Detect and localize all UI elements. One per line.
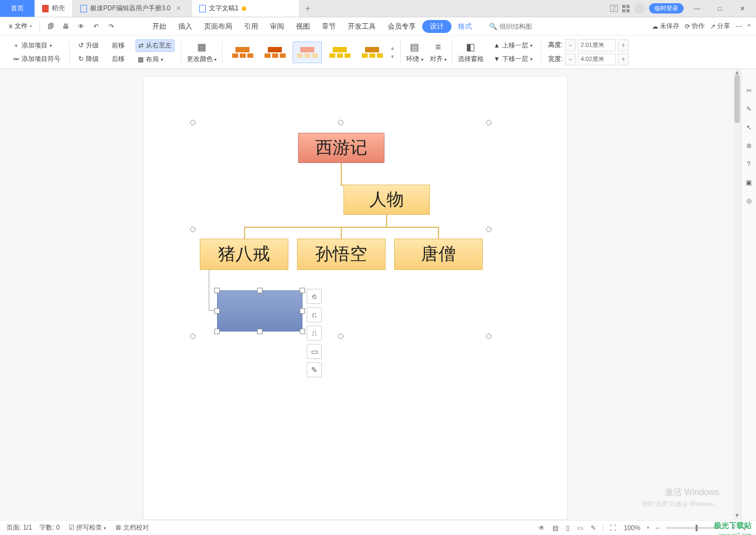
add-item-button[interactable]: ＋添加项目 ▾	[11, 40, 63, 51]
style-swatch-4[interactable]	[325, 42, 354, 63]
org-node-b[interactable]: 孙悟空	[297, 239, 386, 270]
apps-icon[interactable]	[622, 5, 630, 12]
fit-icon[interactable]: ⛶	[609, 524, 617, 532]
rtl-button[interactable]: ⇄从右至左	[136, 39, 174, 52]
height-minus[interactable]: −	[565, 39, 576, 51]
change-color-button[interactable]: ▦ 更改颜色 ▾	[184, 39, 220, 65]
menu-view[interactable]: 视图	[291, 19, 315, 33]
tab-document-1[interactable]: 文字文稿1	[192, 0, 300, 17]
menu-review[interactable]: 审阅	[265, 19, 289, 33]
gallery-down-icon[interactable]: ▼	[390, 54, 395, 59]
unsaved-indicator[interactable]: ☁未保存	[652, 22, 679, 31]
style-swatch-5[interactable]	[357, 42, 387, 63]
scroll-down-icon[interactable]: ▼	[733, 512, 741, 520]
selection-handle[interactable]	[338, 120, 343, 125]
minimize-button[interactable]: —	[688, 0, 706, 17]
view-book-icon[interactable]: ▭	[576, 524, 584, 532]
bring-forward-button[interactable]: ▲上移一层 ▾	[491, 40, 535, 51]
org-node-sub[interactable]: 人物	[343, 185, 430, 215]
qa-redo-icon[interactable]: ↷	[105, 20, 118, 33]
coop-button[interactable]: ⟳协作	[685, 22, 705, 31]
org-node-a[interactable]: 猪八戒	[200, 239, 288, 270]
menu-format[interactable]: 格式	[453, 19, 477, 33]
word-count[interactable]: 字数: 0	[39, 523, 59, 532]
scroll-thumb[interactable]	[734, 75, 740, 123]
menu-devtools[interactable]: 开发工具	[342, 19, 381, 33]
menu-member[interactable]: 会员专享	[382, 19, 421, 33]
org-node-c[interactable]: 唐僧	[394, 239, 483, 270]
tab-home[interactable]: 首页	[0, 0, 35, 17]
search-input[interactable]	[500, 23, 543, 30]
side-help-icon[interactable]: ?	[744, 159, 754, 170]
float-add-assistant[interactable]: ⎍	[307, 326, 322, 341]
float-edit-text[interactable]: ▭	[307, 344, 322, 359]
share-button[interactable]: ↗分享	[710, 22, 730, 31]
node-handle[interactable]	[300, 308, 305, 314]
selection-handle[interactable]	[338, 334, 343, 339]
collapse-ribbon[interactable]: ^	[747, 23, 751, 30]
menu-insert[interactable]: 插入	[173, 19, 198, 33]
org-node-selected[interactable]	[217, 290, 302, 331]
demote-button[interactable]: ↻降级	[76, 53, 101, 65]
side-cursor-icon[interactable]: ↖	[744, 122, 754, 133]
float-add-coworker[interactable]: ⎌	[307, 307, 322, 322]
float-add-subordinate[interactable]: ⎋	[307, 289, 322, 304]
move-forward-button[interactable]: 前移	[110, 40, 127, 51]
qa-save-icon[interactable]: 🗐	[44, 20, 57, 33]
node-handle[interactable]	[214, 329, 220, 334]
float-format[interactable]: ✎	[307, 362, 322, 377]
node-handle[interactable]	[214, 288, 220, 293]
width-input[interactable]	[578, 53, 616, 65]
org-node-root[interactable]: 西游记	[298, 133, 384, 163]
selection-handle[interactable]	[190, 227, 195, 232]
menu-references[interactable]: 引用	[239, 19, 264, 33]
gallery-up-icon[interactable]: ▲	[390, 45, 395, 51]
maximize-button[interactable]: □	[711, 0, 729, 17]
close-window-button[interactable]: ✕	[733, 0, 752, 17]
move-backward-button[interactable]: 后移	[110, 53, 127, 65]
close-icon[interactable]: ✕	[176, 5, 181, 12]
width-minus[interactable]: −	[565, 53, 576, 65]
login-button[interactable]: 临时登录	[649, 3, 684, 13]
zoom-out-button[interactable]: −	[654, 524, 660, 532]
tab-pdf-manual[interactable]: 极速PDF编辑器用户手册3.0✕	[73, 0, 192, 17]
qa-preview-icon[interactable]: 👁	[75, 20, 87, 33]
more-menu[interactable]: ⋯	[735, 23, 742, 30]
tab-daoke[interactable]: 稻壳	[35, 0, 73, 17]
promote-button[interactable]: ↺升级	[76, 40, 101, 51]
node-handle[interactable]	[300, 329, 305, 334]
selection-handle[interactable]	[190, 334, 195, 339]
style-swatch-1[interactable]	[228, 42, 257, 63]
add-bullet-button[interactable]: ≔添加项目符号	[11, 53, 63, 65]
side-pen-icon[interactable]: ✎	[744, 104, 754, 114]
add-tab-button[interactable]: +	[300, 0, 316, 17]
view-read-icon[interactable]: ▯	[565, 524, 571, 532]
document-area[interactable]: 西游记 人物 猪八戒 孙悟空 唐僧 ⎋ ⎌ ⎍ ▭ ✎ 激活 Wind	[0, 69, 741, 520]
menu-chapter[interactable]: 章节	[316, 19, 341, 33]
qa-undo-icon[interactable]: ↶	[90, 20, 103, 33]
node-handle[interactable]	[214, 308, 220, 314]
view-web-icon[interactable]: ✎	[590, 524, 597, 532]
selection-handle[interactable]	[486, 334, 491, 339]
side-image-icon[interactable]: ▣	[744, 177, 754, 188]
menu-pagelayout[interactable]: 页面布局	[199, 19, 238, 33]
vertical-scrollbar[interactable]: ▲ ▼	[733, 69, 741, 520]
wrap-button[interactable]: ▤环绕 ▾	[403, 39, 426, 65]
command-search[interactable]: 🔍	[489, 23, 543, 30]
height-input[interactable]	[578, 39, 616, 51]
node-handle[interactable]	[300, 288, 305, 293]
width-plus[interactable]: +	[618, 53, 629, 65]
menu-design[interactable]: 设计	[422, 20, 451, 33]
align-button[interactable]: ≡对齐 ▾	[427, 39, 450, 65]
node-handle[interactable]	[257, 329, 262, 334]
selection-handle[interactable]	[190, 120, 195, 125]
doc-compare-toggle[interactable]: ⊠ 文档校对	[114, 523, 150, 532]
node-handle[interactable]	[257, 288, 262, 293]
page-indicator[interactable]: 页面: 1/1	[6, 523, 32, 532]
menu-start[interactable]: 开始	[147, 19, 172, 33]
zoom-value[interactable]: 100%	[623, 524, 642, 532]
side-clip-icon[interactable]: ✂	[744, 85, 754, 96]
qa-print-icon[interactable]: 🖶	[59, 20, 72, 33]
file-menu[interactable]: ≡ 文件 ▾	[5, 22, 35, 31]
send-backward-button[interactable]: ▼下移一层 ▾	[491, 53, 535, 65]
